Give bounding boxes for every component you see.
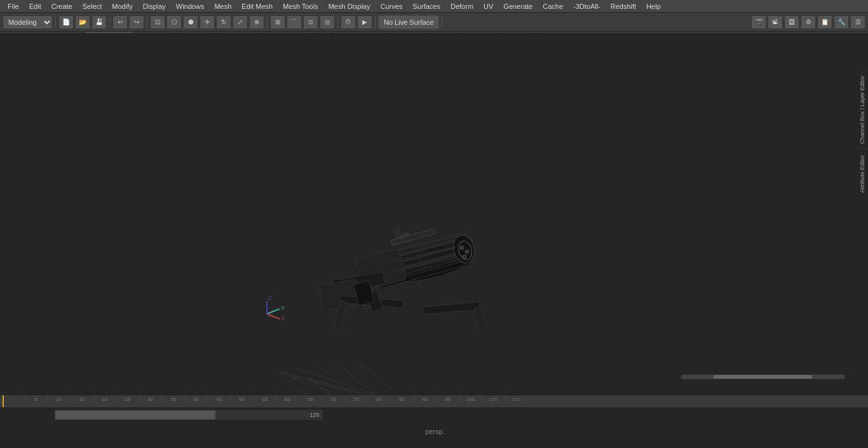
display-render-btn[interactable]: ⚙ [801, 15, 816, 29]
menu-edit[interactable]: Edit [24, 0, 46, 12]
snap-curve[interactable]: ⌒ [287, 15, 302, 29]
sep6 [375, 17, 376, 28]
attr-editor-btn[interactable]: 📋 [817, 15, 832, 29]
menu-mesh[interactable]: Mesh [209, 0, 236, 12]
tl-90: 90 [413, 395, 436, 403]
tl-50: 50 [230, 395, 253, 403]
history-btn[interactable]: ⏱ [341, 15, 356, 29]
save-btn[interactable]: 💾 [92, 15, 107, 29]
svg-text:Y: Y [281, 305, 285, 311]
frame-mid-label: 120 [309, 412, 319, 418]
tool-settings-btn[interactable]: 🔧 [834, 15, 849, 29]
tl-100: 100 [459, 395, 482, 403]
scale-tool[interactable]: ⤢ [233, 15, 248, 29]
snap-surface[interactable]: ◎ [320, 15, 335, 29]
universal-tool[interactable]: ⊕ [249, 15, 264, 29]
redo-btn[interactable]: ↪ [129, 15, 144, 29]
menu-cache[interactable]: Cache [538, 0, 568, 12]
menu-windows[interactable]: Windows [171, 0, 210, 12]
tl-35: 35 [161, 395, 184, 403]
viewport-wrapper: View Shading Lighting Show Renderer Pane… [23, 70, 667, 395]
timeline-row[interactable]: 5 10 15 20 25 30 35 40 45 50 55 60 65 70… [0, 395, 868, 407]
menu-surfaces[interactable]: Surfaces [408, 0, 445, 12]
svg-text:X: X [281, 315, 285, 322]
tl-105: 105 [482, 395, 505, 403]
svg-line-8 [355, 359, 393, 391]
timeline-playhead[interactable] [3, 395, 4, 407]
tl-65: 65 [299, 395, 322, 403]
svg-line-5 [298, 369, 336, 395]
svg-rect-22 [422, 302, 480, 315]
paint-sel-tool[interactable]: ⬢ [183, 15, 198, 29]
menu-bar: File Edit Create Select Modify Display W… [0, 0, 868, 13]
render-btn[interactable]: ▶ [357, 15, 372, 29]
sep1 [55, 17, 56, 28]
cb-scrollbar-thumb [714, 375, 811, 379]
svg-line-36 [267, 314, 280, 319]
sep7 [442, 17, 442, 28]
content-area: ↖ ✛ ↻ ⤢ ⊙ ✏ ⊕ ⊟ ⬡ ◇ ▭ 📷 ⊞ 📈 ▶ 🔆 [0, 70, 868, 395]
svg-line-0 [279, 372, 381, 395]
tl-70: 70 [322, 395, 344, 403]
menu-generate[interactable]: Generate [498, 0, 538, 12]
menu-deform[interactable]: Deform [445, 0, 478, 12]
select-tool[interactable]: ⊡ [150, 15, 165, 29]
menu-redshift[interactable]: Redshift [606, 0, 641, 12]
channel-box-toggle[interactable]: ☰ [850, 15, 865, 29]
new-btn[interactable]: 📄 [58, 15, 74, 29]
grid-svg [266, 359, 393, 395]
menu-uv[interactable]: UV [478, 0, 498, 12]
sep3 [147, 17, 147, 28]
tl-75: 75 [344, 395, 367, 403]
tl-110: 110 [505, 395, 527, 403]
tl-95: 95 [436, 395, 459, 403]
svg-text:Z: Z [268, 295, 272, 301]
menu-mesh-tools[interactable]: Mesh Tools [278, 0, 323, 12]
tl-80: 80 [367, 395, 390, 403]
menu-display[interactable]: Display [138, 0, 171, 12]
mode-select[interactable]: Modeling Rigging Animation [3, 15, 53, 29]
axis-indicator: Y X Z [267, 295, 285, 322]
tl-60: 60 [276, 395, 299, 403]
render-view-btn[interactable]: 🎬 [751, 15, 766, 29]
render-seq-btn[interactable]: 📽 [768, 15, 783, 29]
rotate-tool[interactable]: ↻ [216, 15, 231, 29]
viewport-canvas[interactable]: Y X Z persp [23, 70, 667, 395]
tl-40: 40 [184, 395, 207, 403]
ipr-btn[interactable]: 🖼 [784, 15, 799, 29]
svg-line-4 [279, 372, 317, 395]
vtab-channel-box[interactable]: Channel Box / Layer Editor [858, 70, 868, 149]
tl-0 [1, 395, 24, 403]
tl-45: 45 [207, 395, 230, 403]
menu-create[interactable]: Create [46, 0, 78, 12]
menu-curves[interactable]: Curves [376, 0, 408, 12]
svg-rect-24 [475, 307, 486, 330]
tl-30: 30 [139, 395, 161, 403]
menu-mesh-display[interactable]: Mesh Display [323, 0, 376, 12]
lasso-tool[interactable]: ⬡ [166, 15, 182, 29]
menu-edit-mesh[interactable]: Edit Mesh [236, 0, 278, 12]
tl-10: 10 [47, 395, 70, 403]
open-btn[interactable]: 📂 [75, 15, 90, 29]
gun-model-svg: Y X Z [232, 130, 550, 352]
no-live-surface-btn[interactable]: No Live Surface [378, 15, 439, 29]
timeline-numbers: 5 10 15 20 25 30 35 40 45 50 55 60 65 70… [0, 395, 527, 407]
frame-range-slider[interactable]: 120 [55, 410, 323, 420]
menu-3dtoall[interactable]: -3DtoAll- [568, 0, 606, 12]
vtab-attribute-editor[interactable]: Attribute Editor [858, 149, 868, 198]
menu-help[interactable]: Help [641, 0, 666, 12]
menu-modify[interactable]: Modify [107, 0, 137, 12]
move-tool[interactable]: ✛ [200, 15, 215, 29]
svg-line-2 [292, 378, 368, 395]
menu-select[interactable]: Select [78, 0, 107, 12]
svg-point-31 [465, 250, 469, 254]
snap-point[interactable]: ⊙ [303, 15, 318, 29]
tl-25: 25 [116, 395, 139, 403]
sep5 [337, 17, 338, 28]
sep4 [267, 17, 268, 28]
toolbar1: Modeling Rigging Animation 📄 📂 💾 ↩ ↪ ⊡ ⬡… [0, 13, 868, 32]
snap-grid[interactable]: ⊞ [270, 15, 285, 29]
undo-btn[interactable]: ↩ [112, 15, 128, 29]
menu-file[interactable]: File [3, 0, 24, 12]
cb-scrollbar[interactable] [681, 374, 845, 379]
